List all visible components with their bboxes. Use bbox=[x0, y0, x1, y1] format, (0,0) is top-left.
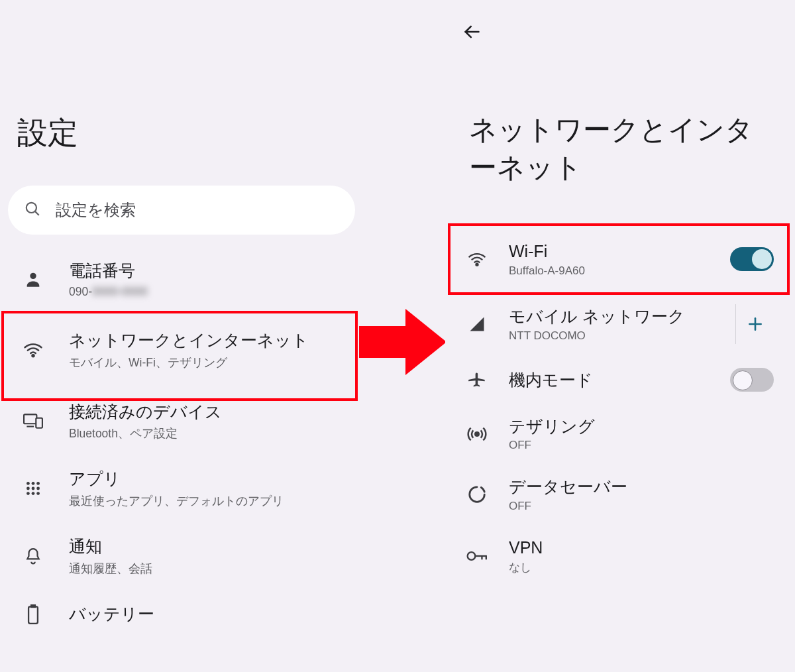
svg-point-14 bbox=[32, 492, 35, 495]
back-button[interactable] bbox=[458, 19, 485, 45]
item-subtitle: なし bbox=[509, 560, 774, 575]
svg-point-3 bbox=[32, 355, 34, 357]
svg-point-0 bbox=[26, 203, 36, 213]
item-title: 通知 bbox=[69, 535, 346, 558]
battery-icon bbox=[17, 604, 49, 624]
network-item-wifi[interactable]: Wi-Fi Buffalo-A-9A60 bbox=[445, 226, 795, 292]
svg-point-9 bbox=[36, 482, 40, 485]
network-item-vpn[interactable]: VPN なし bbox=[445, 525, 795, 588]
network-item-datasaver[interactable]: データセーバー OFF bbox=[445, 464, 795, 525]
add-network-button[interactable] bbox=[735, 304, 774, 344]
settings-screen: 設定 設定を検索 電話番号 090-0000-0000 bbox=[0, 0, 363, 672]
item-subtitle: Buffalo-A-9A60 bbox=[509, 264, 714, 278]
svg-rect-17 bbox=[31, 604, 35, 606]
appbar bbox=[445, 0, 795, 45]
network-item-tethering[interactable]: テザリング OFF bbox=[445, 404, 795, 465]
arrow-annotation bbox=[359, 309, 447, 375]
svg-rect-5 bbox=[36, 418, 42, 428]
item-subtitle: OFF bbox=[509, 500, 774, 513]
svg-point-7 bbox=[26, 482, 30, 485]
bell-icon bbox=[17, 546, 49, 566]
datasaver-icon bbox=[461, 484, 493, 504]
apps-icon bbox=[17, 480, 49, 497]
page-title: 設定 bbox=[0, 0, 363, 186]
svg-point-15 bbox=[36, 492, 40, 495]
search-placeholder: 設定を検索 bbox=[56, 199, 136, 221]
svg-line-1 bbox=[35, 211, 39, 215]
person-icon bbox=[17, 270, 49, 288]
item-subtitle: 通知履歴、会話 bbox=[69, 561, 346, 577]
devices-icon bbox=[17, 412, 49, 429]
settings-item-battery[interactable]: バッテリー bbox=[0, 590, 363, 626]
network-item-mobile[interactable]: モバイル ネットワーク NTT DOCOMO bbox=[445, 292, 795, 356]
item-title: モバイル ネットワーク bbox=[509, 306, 719, 327]
item-title: テザリング bbox=[509, 416, 774, 437]
settings-item-network[interactable]: ネットワークとインターネット モバイル、Wi-Fi、テザリング bbox=[0, 312, 363, 388]
item-title: 機内モード bbox=[509, 369, 714, 391]
svg-point-12 bbox=[36, 487, 40, 490]
settings-item-phone[interactable]: 電話番号 090-0000-0000 bbox=[0, 247, 363, 312]
item-subtitle: 090-0000-0000 bbox=[69, 285, 346, 299]
svg-point-2 bbox=[30, 273, 36, 279]
item-subtitle: 最近使ったアプリ、デフォルトのアプリ bbox=[69, 493, 346, 509]
svg-point-11 bbox=[32, 487, 35, 490]
item-title: バッテリー bbox=[69, 603, 346, 626]
item-title: データセーバー bbox=[509, 476, 774, 498]
settings-item-notifications[interactable]: 通知 通知履歴、会話 bbox=[0, 522, 363, 590]
svg-point-22 bbox=[475, 432, 479, 436]
search-bar[interactable]: 設定を検索 bbox=[8, 186, 355, 235]
svg-point-23 bbox=[468, 552, 476, 560]
svg-rect-16 bbox=[28, 606, 38, 623]
airplane-icon bbox=[461, 370, 493, 389]
item-title: VPN bbox=[509, 537, 774, 559]
item-subtitle: Bluetooth、ペア設定 bbox=[69, 425, 346, 441]
svg-rect-4 bbox=[24, 415, 36, 424]
item-subtitle: NTT DOCOMO bbox=[509, 329, 719, 343]
item-title: 接続済みのデバイス bbox=[69, 401, 346, 423]
item-subtitle: モバイル、Wi-Fi、テザリング bbox=[69, 355, 346, 370]
item-title: Wi-Fi bbox=[509, 241, 714, 262]
wifi-icon bbox=[17, 340, 49, 360]
svg-point-8 bbox=[32, 482, 35, 485]
page-title: ネットワークとインターネット bbox=[445, 45, 795, 226]
svg-point-13 bbox=[26, 492, 30, 495]
signal-icon bbox=[461, 315, 493, 333]
svg-point-19 bbox=[476, 264, 478, 266]
item-subtitle: OFF bbox=[509, 439, 774, 452]
wifi-switch[interactable] bbox=[730, 247, 774, 271]
item-title: 電話番号 bbox=[69, 260, 346, 282]
airplane-switch[interactable] bbox=[730, 368, 774, 392]
item-title: アプリ bbox=[69, 468, 346, 490]
wifi-icon bbox=[461, 250, 493, 268]
settings-item-connected-devices[interactable]: 接続済みのデバイス Bluetooth、ペア設定 bbox=[0, 388, 363, 455]
network-item-airplane[interactable]: 機内モード bbox=[445, 356, 795, 404]
settings-list: 電話番号 090-0000-0000 ネットワークとインターネット モバイル、W… bbox=[0, 235, 363, 626]
network-screen: ネットワークとインターネット Wi-Fi Buffalo-A-9A60 モバイル… bbox=[445, 0, 795, 672]
settings-item-apps[interactable]: アプリ 最近使ったアプリ、デフォルトのアプリ bbox=[0, 455, 363, 522]
hotspot-icon bbox=[461, 424, 493, 444]
svg-point-10 bbox=[26, 487, 30, 490]
vpn-key-icon bbox=[461, 549, 493, 563]
network-list: Wi-Fi Buffalo-A-9A60 モバイル ネットワーク NTT DOC… bbox=[445, 226, 795, 587]
item-title: ネットワークとインターネット bbox=[69, 329, 346, 352]
search-icon bbox=[24, 200, 41, 220]
